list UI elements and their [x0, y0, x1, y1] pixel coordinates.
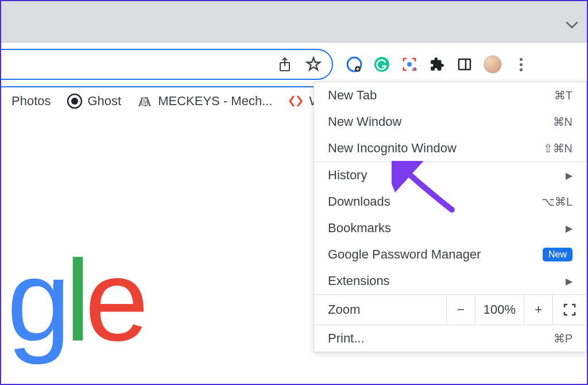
menu-shortcut: ⌘T	[554, 88, 572, 102]
zoom-value: 100%	[475, 295, 524, 325]
zoom-label: Zoom	[314, 302, 446, 317]
ghost-icon	[67, 94, 82, 109]
bookmark-label: Photos	[11, 94, 51, 109]
menu-label: Print...	[328, 331, 365, 346]
menu-bookmarks[interactable]: Bookmarks ▶	[314, 215, 586, 241]
menu-new-incognito[interactable]: New Incognito Window ⇧⌘N	[314, 135, 586, 161]
minimize-chevron-icon[interactable]	[566, 17, 578, 32]
svg-text:M: M	[143, 99, 148, 105]
new-badge: New	[543, 248, 572, 261]
bookmark-label: Ghost	[88, 94, 122, 109]
toolbar: +	[1, 43, 587, 87]
submenu-arrow-icon: ▶	[566, 223, 572, 234]
meckeys-icon: M	[137, 94, 152, 109]
bookmark-photos[interactable]: Photos	[11, 94, 51, 109]
menu-print[interactable]: Print... ⌘P	[314, 325, 586, 352]
menu-password-manager[interactable]: Google Password Manager New	[314, 241, 586, 268]
menu-label: Bookmarks	[328, 221, 391, 236]
code-icon	[288, 94, 303, 109]
zoom-out-button[interactable]: −	[446, 295, 475, 325]
extension-icons: +	[333, 55, 529, 74]
menu-shortcut: ⌥⌘L	[541, 195, 572, 209]
menu-label: New Incognito Window	[328, 141, 457, 156]
grammarly-ext-icon[interactable]	[373, 56, 390, 73]
star-icon[interactable]	[305, 56, 322, 72]
bookmark-label: MECKEYS - Mech...	[158, 94, 272, 109]
screenshot-ext-icon[interactable]: +	[401, 56, 418, 73]
menu-shortcut: ⌘N	[553, 115, 572, 129]
menu-label: History	[328, 168, 367, 183]
tab-strip	[1, 1, 587, 43]
chrome-menu: New Tab ⌘T New Window ⌘N New Incognito W…	[314, 82, 587, 352]
menu-label: Downloads	[328, 194, 390, 209]
fullscreen-button[interactable]	[552, 295, 586, 325]
menu-history[interactable]: History ▶	[314, 162, 586, 188]
more-menu-icon[interactable]	[512, 56, 529, 73]
svg-text:+: +	[414, 66, 417, 72]
bookmark-ghost[interactable]: Ghost	[67, 94, 122, 109]
submenu-arrow-icon: ▶	[566, 276, 572, 287]
svg-rect-6	[459, 59, 470, 70]
share-icon[interactable]	[277, 56, 293, 72]
menu-shortcut: ⇧⌘N	[543, 141, 572, 155]
menu-zoom: Zoom − 100% +	[314, 294, 586, 325]
google-logo-fragment: gle	[7, 234, 143, 367]
menu-downloads[interactable]: Downloads ⌥⌘L	[314, 188, 586, 215]
extensions-puzzle-icon[interactable]	[428, 56, 446, 73]
quicktime-ext-icon[interactable]	[346, 56, 363, 73]
zoom-in-button[interactable]: +	[524, 295, 552, 325]
side-panel-icon[interactable]	[456, 56, 473, 73]
menu-new-window[interactable]: New Window ⌘N	[314, 109, 586, 135]
bookmark-meckeys[interactable]: M MECKEYS - Mech...	[137, 94, 272, 109]
submenu-arrow-icon: ▶	[566, 170, 572, 181]
menu-label: Extensions	[328, 274, 390, 288]
menu-label: Google Password Manager	[328, 247, 481, 262]
menu-shortcut: ⌘P	[554, 332, 572, 345]
menu-extensions[interactable]: Extensions ▶	[314, 268, 586, 294]
omnibox[interactable]	[0, 49, 333, 80]
svg-point-9	[71, 98, 78, 105]
profile-avatar[interactable]	[483, 55, 502, 74]
svg-point-4	[407, 62, 412, 67]
menu-label: New Tab	[328, 88, 377, 103]
menu-label: New Window	[328, 114, 401, 129]
menu-new-tab[interactable]: New Tab ⌘T	[314, 82, 586, 109]
